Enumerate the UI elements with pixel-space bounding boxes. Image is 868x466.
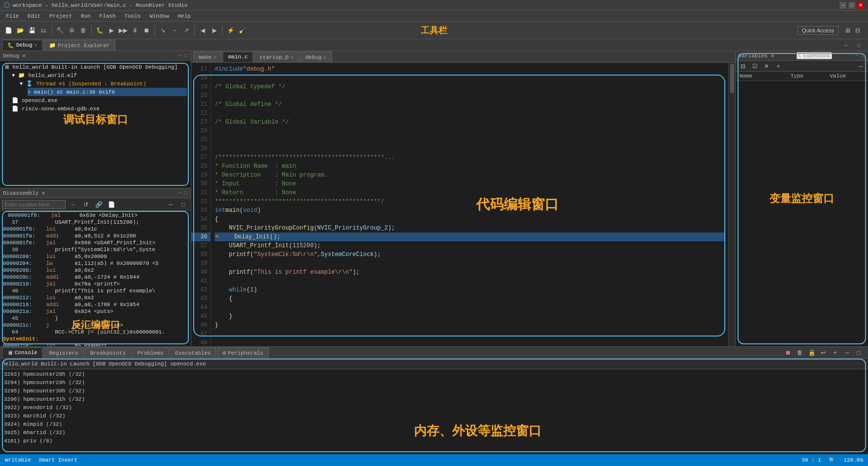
disasm-maximize-view[interactable]: □: [178, 199, 189, 210]
vars-minimize[interactable]: ─: [854, 53, 859, 58]
tab-debug-close[interactable]: ✕: [34, 42, 37, 48]
tree-gdb[interactable]: 📄 riscv-none-embed-gdb.exe: [12, 104, 187, 113]
tree-elf[interactable]: ▼ 📁 hello_world.elf: [12, 71, 187, 79]
toolbar-step-into[interactable]: ↘: [157, 25, 168, 36]
console-maximize[interactable]: □: [853, 347, 864, 358]
editor-scrollbar[interactable]: [728, 63, 735, 346]
disasm-maximize[interactable]: □: [183, 190, 188, 196]
tab-minimize[interactable]: ─: [841, 40, 851, 51]
statusbar-right: 36 : 1 🔍 120.0%: [802, 457, 863, 464]
toolbar-save-all[interactable]: 🗂: [38, 25, 49, 36]
disasm-go-btn[interactable]: →: [68, 199, 78, 210]
menu-flash[interactable]: Flash: [96, 12, 120, 20]
tab-make[interactable]: make ✕: [193, 52, 222, 62]
console-minimize[interactable]: ─: [842, 347, 852, 358]
tab-console[interactable]: 🖥 Console: [2, 347, 43, 358]
console-content[interactable]: 3293) hpmcounter28h (/32) 3294) hpmcount…: [0, 369, 868, 454]
close-button[interactable]: ✕: [857, 2, 864, 9]
menu-edit[interactable]: Edit: [24, 12, 44, 20]
debug-panel-minimize[interactable]: ─: [177, 53, 182, 58]
code-editor[interactable]: #include "debug.h" /* Global typedef */ …: [211, 63, 728, 346]
line-num-47: 47: [191, 330, 210, 338]
editor-area[interactable]: 17 18 19 20 21 22 23 24 25 26 27 28 29 3…: [191, 63, 735, 346]
tab-debug-c-close[interactable]: ✕: [324, 54, 327, 60]
toolbar-flash-erase[interactable]: 🧹: [237, 25, 248, 36]
tab-problems[interactable]: Problems: [132, 347, 169, 358]
toolbar-step-return[interactable]: ↗: [181, 25, 192, 36]
console-word-wrap[interactable]: ↩: [818, 347, 829, 358]
tab-project-explorer[interactable]: 📁 Project Explorer: [44, 40, 115, 51]
menu-help[interactable]: Help: [174, 12, 194, 20]
tab-make-close[interactable]: ✕: [213, 54, 216, 60]
disasm-inst: jal: [46, 281, 71, 287]
tab-peripherals[interactable]: ⚙ Peripherals: [217, 347, 269, 358]
tab-startup[interactable]: startup_D ✕: [254, 52, 299, 62]
disasm-row: 00000216: addi a0,a0,-1708 # 0x1954: [2, 301, 189, 308]
tree-frame[interactable]: ⚡ main() at main.c:36 0x1f6: [27, 88, 187, 96]
minimize-button[interactable]: ─: [840, 2, 846, 9]
tab-mainc[interactable]: main.c: [223, 52, 253, 62]
disasm-minimize[interactable]: ─: [177, 190, 182, 196]
tab-startup-close[interactable]: ✕: [290, 54, 293, 60]
menu-project[interactable]: Project: [46, 12, 76, 20]
toolbar-forward[interactable]: ▶: [209, 25, 220, 36]
bottom-tabbar: 🖥 Console Registers Breakpoints Problems…: [0, 347, 868, 359]
tab-executables[interactable]: Executables: [170, 347, 216, 358]
vars-expressions-tab[interactable]: C Expressions: [796, 52, 832, 59]
disasm-refresh[interactable]: ↺: [80, 199, 91, 210]
vars-minimize-view[interactable]: ─: [855, 61, 866, 72]
tab-registers[interactable]: Registers: [44, 347, 83, 358]
tab-debug[interactable]: 🐛 Debug ✕: [2, 40, 43, 51]
toolbar-run[interactable]: ▶: [106, 25, 117, 36]
vars-collapse-all[interactable]: ⊟: [738, 61, 748, 72]
toolbar-open[interactable]: 📂: [15, 25, 26, 36]
toolbar-build-all[interactable]: ⚙: [66, 25, 77, 36]
quick-access-button[interactable]: Quick Access: [797, 26, 839, 35]
maximize-button[interactable]: □: [848, 2, 855, 9]
vars-add[interactable]: +: [773, 61, 784, 72]
debug-panel-maximize[interactable]: □: [183, 53, 188, 58]
disasm-inst: lw: [46, 260, 71, 266]
line-num-40: 40: [191, 268, 210, 277]
code-line-25: [215, 135, 724, 144]
disasm-ops: a0,0x2: [75, 267, 94, 273]
toolbar-suspend[interactable]: ⏸: [129, 25, 140, 36]
toolbar-new[interactable]: 📄: [3, 25, 14, 36]
vars-remove[interactable]: ✕: [761, 61, 772, 72]
toolbar-resume[interactable]: ▶▶: [118, 25, 128, 36]
tab-debug-c[interactable]: debug ✕: [300, 52, 332, 62]
toolbar-perspective1[interactable]: ⊞: [842, 25, 853, 36]
console-clear-btn[interactable]: 🗑: [794, 347, 805, 358]
menu-file[interactable]: File: [2, 12, 23, 20]
console-stop-btn[interactable]: ⏹: [783, 347, 793, 358]
disasm-content[interactable]: 0000001f6: jal 0x63e <Delay_Init> 37 USA…: [0, 211, 191, 346]
tab-maximize[interactable]: □: [853, 40, 864, 51]
tree-root[interactable]: 🖥 hello_world Built-in Launch [GDB OpenO…: [4, 63, 187, 71]
vars-maximize[interactable]: □: [860, 53, 865, 58]
disasm-ops: a5,0x20000: [75, 254, 107, 259]
tree-openocd[interactable]: 📄 openocd.exe: [12, 96, 187, 104]
toolbar-save[interactable]: 💾: [26, 25, 37, 36]
menu-run[interactable]: Run: [77, 12, 95, 20]
console-scroll-lock[interactable]: 🔒: [806, 347, 817, 358]
tree-thread[interactable]: ▼ 🧵 Thread #1 (Suspended : Breakpoint): [20, 79, 187, 88]
toolbar-build[interactable]: 🔨: [54, 25, 65, 36]
vars-select-all[interactable]: ☑: [749, 61, 760, 72]
toolbar-debug[interactable]: 🐛: [94, 25, 105, 36]
line-num-21: 21: [191, 100, 210, 109]
toolbar-flash-download[interactable]: ⚡: [225, 25, 236, 36]
console-new-tab[interactable]: +: [830, 347, 841, 358]
disasm-link-editor[interactable]: 🔗: [93, 199, 104, 210]
toolbar-step-over[interactable]: →: [169, 25, 180, 36]
toolbar-terminate[interactable]: ⏹: [141, 25, 152, 36]
menu-tools[interactable]: Tools: [121, 12, 145, 20]
disasm-location-input[interactable]: [2, 200, 66, 209]
left-panel: Debug ✕ ─ □ 🖥 hello_world Built-in Launc…: [0, 51, 191, 346]
toolbar-perspective2[interactable]: ⊟: [852, 25, 863, 36]
tab-breakpoints[interactable]: Breakpoints: [85, 347, 131, 358]
disasm-minimize-view[interactable]: ─: [165, 199, 176, 210]
disasm-show-src[interactable]: 📄: [106, 199, 117, 210]
menu-window[interactable]: Window: [146, 12, 173, 20]
toolbar-back[interactable]: ◀: [197, 25, 208, 36]
toolbar-clean[interactable]: 🗑: [78, 25, 89, 36]
